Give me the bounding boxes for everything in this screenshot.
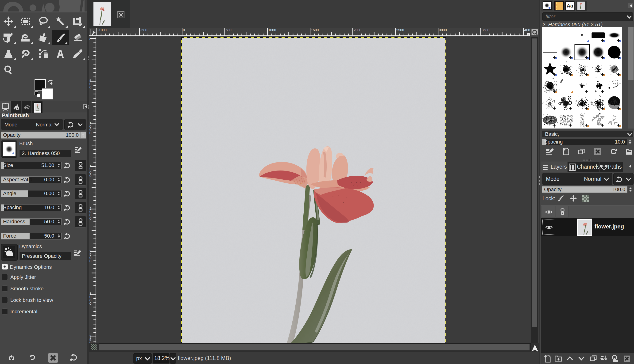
svg-text:4000: 4000 — [524, 28, 530, 32]
svg-text:1500: 1500 — [311, 28, 319, 32]
svg-text:0: 0 — [89, 302, 91, 305]
svg-text:0: 0 — [89, 85, 91, 89]
svg-text:-1000: -1000 — [98, 28, 107, 32]
svg-text:2500: 2500 — [396, 28, 404, 32]
svg-text:0: 0 — [89, 216, 91, 220]
svg-text:3000: 3000 — [439, 28, 447, 32]
svg-text:0: 0 — [183, 28, 185, 32]
svg-text:0: 0 — [89, 174, 91, 178]
svg-text:0: 0 — [89, 131, 91, 135]
svg-text:-500: -500 — [140, 28, 147, 32]
svg-text:500: 500 — [226, 28, 232, 32]
svg-text:3500: 3500 — [482, 28, 489, 32]
svg-text:1000: 1000 — [268, 28, 276, 32]
svg-text:0: 0 — [89, 341, 91, 343]
svg-text:2000: 2000 — [354, 28, 361, 32]
svg-text:0: 0 — [89, 37, 91, 41]
svg-text:0: 0 — [89, 259, 91, 263]
